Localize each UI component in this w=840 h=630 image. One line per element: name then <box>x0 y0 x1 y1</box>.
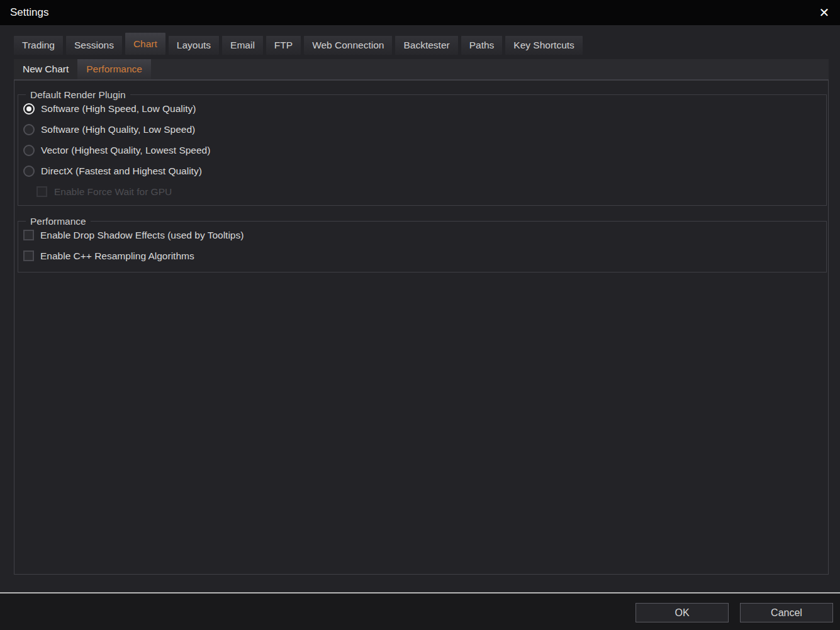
checkbox-label: Enable Force Wait for GPU <box>54 186 172 198</box>
tab-paths[interactable]: Paths <box>461 36 503 55</box>
tab-label: Chart <box>133 38 157 50</box>
radio-row-vector[interactable]: Vector (Highest Quality, Lowest Speed) <box>18 140 826 160</box>
dialog-footer: OK Cancel <box>0 592 840 630</box>
title-bar: Settings <box>0 0 840 25</box>
tab-label: Trading <box>22 40 55 51</box>
performance-settings-panel: Default Render Plugin Software (High Spe… <box>14 80 829 575</box>
radio-button[interactable] <box>23 166 35 177</box>
tab-backtester[interactable]: Backtester <box>395 36 457 55</box>
cancel-button[interactable]: Cancel <box>740 603 833 622</box>
tab-ftp[interactable]: FTP <box>266 36 301 55</box>
subtab-label: New Chart <box>23 64 69 75</box>
checkbox[interactable] <box>23 250 34 261</box>
tab-web-connection[interactable]: Web Connection <box>304 36 392 55</box>
chart-subtab-bar: New Chart Performance <box>14 59 829 80</box>
footer-buttons: OK Cancel <box>636 603 833 622</box>
radio-row-directx[interactable]: DirectX (Fastest and Highest Quality) <box>18 160 826 181</box>
performance-group: Performance Enable Drop Shadow Effects (… <box>18 221 827 273</box>
tab-label: Web Connection <box>312 40 384 51</box>
subtab-label: Performance <box>86 64 142 75</box>
tab-label: Layouts <box>177 40 211 51</box>
checkbox[interactable] <box>23 230 34 240</box>
checkbox-row-cpp-resampling[interactable]: Enable C++ Resampling Algorithms <box>18 245 826 266</box>
tab-label: Sessions <box>74 40 114 51</box>
tab-label: Backtester <box>403 40 449 51</box>
radio-row-software-high-quality[interactable]: Software (High Quality, Low Speed) <box>18 119 826 140</box>
checkbox-row-force-wait-gpu: Enable Force Wait for GPU <box>18 181 826 202</box>
tab-label: FTP <box>274 40 293 51</box>
tab-email[interactable]: Email <box>222 36 263 55</box>
radio-button[interactable] <box>23 124 35 135</box>
tab-label: Paths <box>469 40 495 51</box>
radio-button[interactable] <box>23 145 35 156</box>
radio-button[interactable] <box>23 103 35 115</box>
subtab-new-chart[interactable]: New Chart <box>14 59 77 79</box>
tab-key-shortcuts[interactable]: Key Shortcuts <box>505 36 583 55</box>
checkbox-label: Enable Drop Shadow Effects (used by Tool… <box>40 230 244 241</box>
tab-label: Key Shortcuts <box>513 40 574 51</box>
radio-label: Software (High Speed, Low Quality) <box>41 103 196 115</box>
default-render-plugin-group: Default Render Plugin Software (High Spe… <box>18 94 827 206</box>
tab-trading[interactable]: Trading <box>14 36 63 55</box>
tab-chart[interactable]: Chart <box>125 33 165 55</box>
group-title: Default Render Plugin <box>26 88 130 101</box>
radio-label: Software (High Quality, Low Speed) <box>41 124 195 135</box>
radio-row-software-high-speed[interactable]: Software (High Speed, Low Quality) <box>18 98 826 119</box>
group-title: Performance <box>26 215 91 228</box>
checkbox-label: Enable C++ Resampling Algorithms <box>40 250 194 262</box>
close-icon[interactable]: ✕ <box>812 0 836 25</box>
radio-label: DirectX (Fastest and Highest Quality) <box>41 166 202 177</box>
settings-tab-bar: Trading Sessions Chart Layouts Email FTP… <box>14 33 840 55</box>
checkbox-row-drop-shadow[interactable]: Enable Drop Shadow Effects (used by Tool… <box>18 225 826 245</box>
subtab-performance[interactable]: Performance <box>77 59 151 79</box>
tab-layouts[interactable]: Layouts <box>169 36 219 55</box>
tab-sessions[interactable]: Sessions <box>66 36 122 55</box>
ok-button[interactable]: OK <box>636 603 729 622</box>
radio-label: Vector (Highest Quality, Lowest Speed) <box>41 145 210 156</box>
tab-label: Email <box>230 40 255 51</box>
window-title: Settings <box>10 6 48 19</box>
checkbox <box>36 186 47 197</box>
